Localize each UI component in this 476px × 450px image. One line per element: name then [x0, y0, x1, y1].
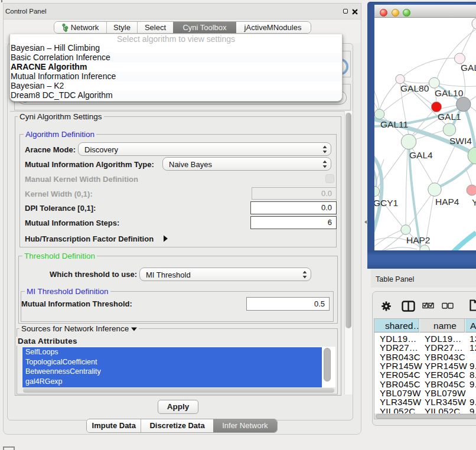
svg-text:GCY1: GCY1 [374, 198, 398, 208]
svg-text:Y: Y [472, 197, 476, 207]
svg-text:SWI4: SWI4 [449, 136, 472, 146]
svg-text:HAP4: HAP4 [435, 197, 459, 207]
svg-text:GAL11: GAL11 [380, 119, 408, 129]
svg-text:GAL10: GAL10 [435, 88, 464, 98]
svg-text:HAP2: HAP2 [406, 235, 431, 245]
svg-text:GAL80: GAL80 [400, 83, 429, 93]
svg-text:GAL7: GAL7 [461, 63, 476, 73]
svg-text:GAL4: GAL4 [409, 150, 433, 160]
svg-text:GAL1: GAL1 [438, 112, 461, 122]
